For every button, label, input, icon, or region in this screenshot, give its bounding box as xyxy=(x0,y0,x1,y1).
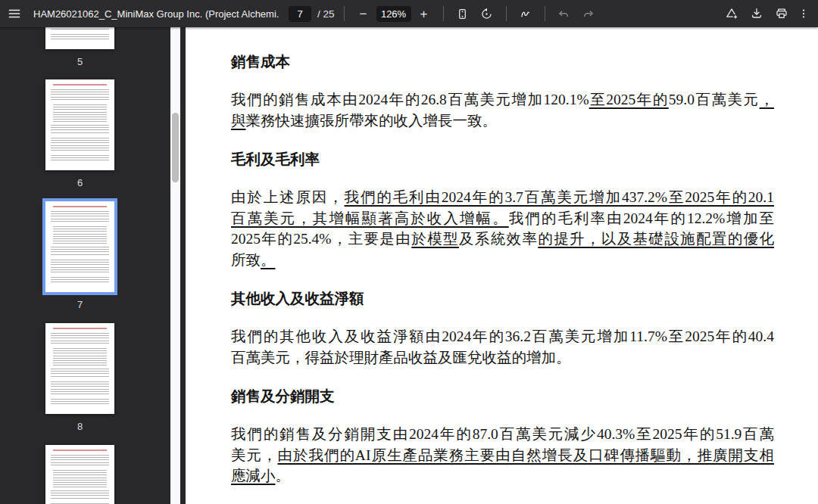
thumbnail-text-lines xyxy=(53,104,107,122)
thumbnail-text-lines xyxy=(51,138,109,152)
thumbnail[interactable]: 7 xyxy=(45,201,114,310)
thumbnail[interactable] xyxy=(45,445,114,504)
thumbnail-page-number: 5 xyxy=(77,56,83,67)
undo-button[interactable] xyxy=(554,4,574,23)
thumbnail-header-line xyxy=(53,84,107,86)
redo-icon xyxy=(581,7,595,21)
hamburger-menu-icon xyxy=(7,6,22,21)
thumbnail-text-lines xyxy=(53,348,107,366)
thumbnail-page-preview[interactable] xyxy=(45,445,114,504)
toolbar-divider xyxy=(344,6,345,21)
thumbnail-text-lines xyxy=(51,490,109,500)
thumbnail-text-lines xyxy=(51,399,109,406)
text-line: 所致。 xyxy=(231,250,774,271)
thumbnail-text-lines xyxy=(51,125,109,135)
document-viewer[interactable]: 銷售成本 我們的銷售成本由2024年的26.8百萬美元增加120.1%至2025… xyxy=(186,27,818,504)
menu-button[interactable] xyxy=(5,4,24,23)
thumbnail[interactable]: 6 xyxy=(45,79,114,188)
thumbnail-text-lines xyxy=(51,277,109,285)
annotate-button[interactable] xyxy=(516,4,535,23)
thumbnail-text-lines xyxy=(53,226,107,244)
thumbnail-page-number: 8 xyxy=(77,421,83,432)
toolbar-right-actions xyxy=(722,4,810,23)
text-line: 我們的銷售及分銷開支由2024年的87.0百萬美元減少40.3%至2025年的5… xyxy=(231,424,774,445)
section-heading: 毛利及毛利率 xyxy=(231,149,774,169)
thumbnail-text-lines xyxy=(51,155,109,163)
zoom-in-button[interactable]: + xyxy=(414,4,434,23)
document-section: 毛利及毛利率 由於上述原因，我們的毛利由2024年的3.7百萬美元增加437.2… xyxy=(231,149,774,270)
document-section: 銷售及分銷開支 我們的銷售及分銷開支由2024年的87.0百萬美元減少40.3%… xyxy=(231,386,774,487)
thumbnail-text-lines xyxy=(53,470,107,487)
text-line: 我們的其他收入及收益淨額由2024年的36.2百萬美元增加11.7%至2025年… xyxy=(231,326,774,347)
text-line: 2025年的25.4%，主要是由於模型及系統效率的提升，以及基礎設施配置的優化 xyxy=(231,229,774,250)
thumbnail-page-number: 6 xyxy=(77,177,83,188)
thumbnail-text-lines xyxy=(51,333,109,345)
thumbnail-text-lines xyxy=(51,34,109,42)
document-section: 其他收入及收益淨額 我們的其他收入及收益淨額由2024年的36.2百萬美元增加1… xyxy=(231,288,774,368)
thumbnail-sidebar[interactable]: 5 6 7 xyxy=(0,27,170,504)
thumbnail-page-preview[interactable] xyxy=(45,323,114,414)
download-icon xyxy=(749,6,764,21)
thumbnail[interactable]: 5 xyxy=(45,27,114,67)
thumbnail-text-lines xyxy=(51,369,109,378)
thumbnail-text-lines xyxy=(51,211,109,223)
text-line: 由於上述原因，我們的毛利由2024年的3.7百萬美元增加437.2%至2025年… xyxy=(231,187,774,208)
toolbar-divider xyxy=(443,6,444,21)
zoom-out-button[interactable]: − xyxy=(354,4,373,23)
section-heading: 其他收入及收益淨額 xyxy=(231,288,774,308)
thumbnail[interactable]: 8 xyxy=(45,323,114,432)
undo-icon xyxy=(557,7,571,21)
fit-page-button[interactable] xyxy=(453,4,473,23)
thumbnail-header-line xyxy=(53,206,107,207)
add-to-drive-icon xyxy=(724,6,739,21)
more-options-button[interactable] xyxy=(797,4,810,23)
download-button[interactable] xyxy=(747,4,766,23)
print-button[interactable] xyxy=(772,4,791,23)
document-title: HAM26021062_C_MiniMax Group Inc. (Projec… xyxy=(33,8,279,20)
thumbnail-text-lines xyxy=(51,247,109,257)
pdf-page: 銷售成本 我們的銷售成本由2024年的26.8百萬美元增加120.1%至2025… xyxy=(186,27,818,487)
thumbnail-header-line xyxy=(53,450,107,451)
text-line: 應減小。 xyxy=(231,465,774,487)
text-line: 美元，由於我們的AI原生產品業務主要由自然增長及口碑傳播驅動，推廣開支相 xyxy=(231,445,774,466)
pdf-toolbar: HAM26021062_C_MiniMax Group Inc. (Projec… xyxy=(0,0,818,27)
sidebar-scrollbar-thumb[interactable] xyxy=(172,113,179,182)
viewer-gap xyxy=(180,27,186,504)
print-icon xyxy=(774,6,789,21)
text-line: 百萬美元，其增幅顯著高於收入增幅。我們的毛利率由2024年的12.2%增加至 xyxy=(231,208,774,229)
section-paragraph: 我們的銷售及分銷開支由2024年的87.0百萬美元減少40.3%至2025年的5… xyxy=(231,424,774,487)
thumbnail-text-lines xyxy=(51,455,109,467)
pen-annotate-icon xyxy=(518,6,533,21)
fit-page-icon xyxy=(455,7,470,21)
section-paragraph: 我們的銷售成本由2024年的26.8百萬美元增加120.1%至2025年的59.… xyxy=(231,89,774,131)
page-count: / 25 xyxy=(317,8,335,20)
thumbnail-page-preview[interactable] xyxy=(45,79,114,170)
text-line: 我們的銷售成本由2024年的26.8百萬美元增加120.1%至2025年的59.… xyxy=(231,89,774,110)
thumbnail-text-lines xyxy=(51,89,109,101)
text-line: 百萬美元，得益於理財產品收益及匯兌收益的增加。 xyxy=(231,347,774,369)
toolbar-divider xyxy=(506,6,507,21)
add-to-drive-button[interactable] xyxy=(722,4,742,23)
page-number-input[interactable] xyxy=(289,6,311,22)
thumbnail-header-line xyxy=(53,328,107,329)
thumbnail-page-preview[interactable] xyxy=(45,201,114,292)
kebab-menu-icon xyxy=(797,7,810,20)
text-line: 與業務快速擴張所帶來的收入增長一致。 xyxy=(231,110,774,132)
sidebar-scrollbar-track[interactable] xyxy=(170,27,180,504)
section-heading: 銷售成本 xyxy=(231,51,774,71)
thumbnail-text-lines xyxy=(51,27,109,31)
thumbnail-text-lines xyxy=(51,260,109,274)
toolbar-divider xyxy=(545,6,545,21)
section-paragraph: 由於上述原因，我們的毛利由2024年的3.7百萬美元增加437.2%至2025年… xyxy=(231,187,774,270)
section-heading: 銷售及分銷開支 xyxy=(231,386,774,406)
section-paragraph: 我們的其他收入及收益淨額由2024年的36.2百萬美元增加11.7%至2025年… xyxy=(231,326,774,368)
redo-button[interactable] xyxy=(579,4,598,23)
thumbnail-page-number: 7 xyxy=(77,299,83,310)
rotate-button[interactable] xyxy=(477,4,497,23)
document-section: 銷售成本 我們的銷售成本由2024年的26.8百萬美元增加120.1%至2025… xyxy=(231,51,774,131)
rotate-counterclockwise-icon xyxy=(479,7,494,21)
thumbnail-text-lines xyxy=(51,381,109,396)
page-controls: / 25 xyxy=(289,6,335,22)
thumbnail-page-preview[interactable] xyxy=(45,27,114,49)
zoom-level: 126% xyxy=(376,6,411,22)
